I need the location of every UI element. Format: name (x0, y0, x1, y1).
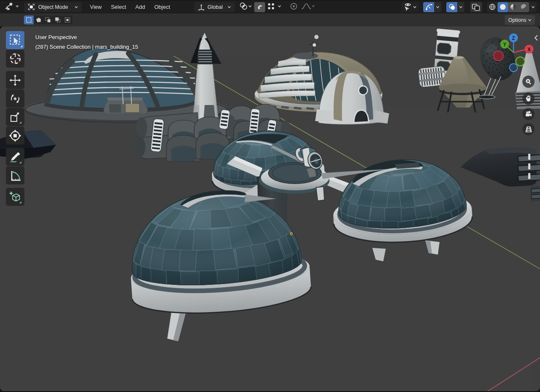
svg-text:X: X (527, 47, 531, 53)
svg-text:Y: Y (503, 42, 506, 47)
svg-text:Z: Z (512, 35, 515, 41)
